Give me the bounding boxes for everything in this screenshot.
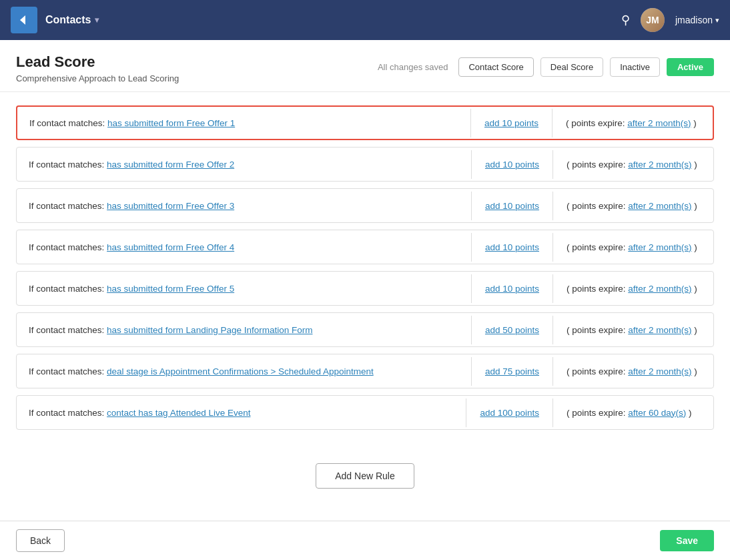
condition-link-6[interactable]: has submitted form Landing Page Informat… bbox=[107, 325, 312, 335]
svg-marker-0 bbox=[20, 15, 25, 25]
condition-prefix: If contact matches: bbox=[29, 408, 107, 418]
page-title: Lead Score bbox=[16, 53, 179, 71]
condition-link-3[interactable]: has submitted form Free Offer 3 bbox=[107, 201, 234, 211]
page-header-left: Lead Score Comprehensive Approach to Lea… bbox=[16, 53, 179, 83]
rule-points-2[interactable]: add 10 points bbox=[472, 150, 553, 179]
rule-condition-4: If contact matches: has submitted form F… bbox=[17, 233, 472, 262]
condition-prefix: If contact matches: bbox=[29, 201, 107, 211]
rule-row: If contact matches: has submitted form F… bbox=[16, 230, 714, 264]
add-new-rule-button[interactable]: Add New Rule bbox=[316, 463, 414, 489]
condition-link-5[interactable]: has submitted form Free Offer 5 bbox=[107, 284, 234, 294]
expiry-suffix: ) bbox=[686, 408, 691, 418]
rule-row: If contact matches: contact has tag Atte… bbox=[16, 395, 714, 430]
expiry-suffix: ) bbox=[692, 325, 697, 335]
rule-expiry-2: ( points expire: after 2 month(s) ) bbox=[553, 150, 713, 179]
condition-link-1[interactable]: has submitted form Free Offer 1 bbox=[107, 118, 235, 128]
rule-points-4[interactable]: add 10 points bbox=[472, 233, 553, 262]
rule-points-3[interactable]: add 10 points bbox=[472, 192, 553, 220]
navbar: Contacts ▾ ⚲ JM jmadison ▾ bbox=[0, 0, 730, 40]
save-button[interactable]: Save bbox=[660, 530, 714, 551]
expiry-link-7[interactable]: after 2 month(s) bbox=[628, 366, 691, 376]
expiry-prefix: ( points expire: bbox=[567, 366, 628, 376]
navbar-right: ⚲ JM jmadison ▾ bbox=[621, 8, 719, 32]
condition-link-4[interactable]: has submitted form Free Offer 4 bbox=[107, 242, 234, 252]
rule-condition-1: If contact matches: has submitted form F… bbox=[17, 109, 471, 137]
rule-expiry-5: ( points expire: after 2 month(s) ) bbox=[553, 274, 713, 303]
expiry-link-6[interactable]: after 2 month(s) bbox=[628, 325, 691, 335]
expiry-suffix: ) bbox=[692, 242, 697, 252]
rule-points-8[interactable]: add 100 points bbox=[466, 398, 553, 427]
rule-condition-5: If contact matches: has submitted form F… bbox=[17, 274, 472, 303]
rule-row: If contact matches: has submitted form F… bbox=[16, 105, 714, 140]
page-container: Lead Score Comprehensive Approach to Lea… bbox=[0, 40, 730, 560]
expiry-link-1[interactable]: after 2 month(s) bbox=[627, 118, 691, 128]
rule-points-5[interactable]: add 10 points bbox=[472, 274, 553, 303]
expiry-prefix: ( points expire: bbox=[567, 284, 628, 294]
rule-condition-3: If contact matches: has submitted form F… bbox=[17, 192, 472, 220]
rule-points-7[interactable]: add 75 points bbox=[472, 357, 553, 386]
expiry-suffix: ) bbox=[692, 366, 697, 376]
save-status: All changes saved bbox=[378, 62, 448, 72]
navbar-left: Contacts ▾ bbox=[11, 7, 99, 33]
add-rule-section: Add New Rule bbox=[0, 463, 730, 489]
condition-link-8[interactable]: contact has tag Attended Live Event bbox=[107, 408, 250, 418]
condition-prefix: If contact matches: bbox=[29, 118, 107, 128]
expiry-prefix: ( points expire: bbox=[567, 325, 628, 335]
rule-row: If contact matches: has submitted form L… bbox=[16, 312, 714, 347]
expiry-link-3[interactable]: after 2 month(s) bbox=[628, 201, 691, 211]
expiry-prefix: ( points expire: bbox=[566, 118, 627, 128]
page-header: Lead Score Comprehensive Approach to Lea… bbox=[0, 40, 730, 92]
expiry-link-4[interactable]: after 2 month(s) bbox=[628, 242, 691, 252]
expiry-suffix: ) bbox=[692, 160, 697, 170]
contact-score-tab[interactable]: Contact Score bbox=[458, 57, 533, 77]
rule-expiry-6: ( points expire: after 2 month(s) ) bbox=[553, 316, 713, 344]
expiry-suffix: ) bbox=[692, 201, 697, 211]
rule-expiry-3: ( points expire: after 2 month(s) ) bbox=[553, 192, 713, 220]
condition-link-2[interactable]: has submitted form Free Offer 2 bbox=[107, 160, 234, 170]
expiry-link-5[interactable]: after 2 month(s) bbox=[628, 284, 691, 294]
nav-toggle-button[interactable] bbox=[11, 7, 37, 33]
username-label: jmadison bbox=[675, 15, 713, 25]
active-status-button[interactable]: Active bbox=[667, 58, 714, 76]
rule-row: If contact matches: has submitted form F… bbox=[16, 147, 714, 182]
condition-link-7[interactable]: deal stage is Appointment Confirmations … bbox=[107, 366, 374, 376]
rule-row: If contact matches: has submitted form F… bbox=[16, 188, 714, 223]
content-area: If contact matches: has submitted form F… bbox=[0, 92, 730, 450]
expiry-prefix: ( points expire: bbox=[567, 201, 628, 211]
rule-points-6[interactable]: add 50 points bbox=[472, 316, 553, 344]
condition-prefix: If contact matches: bbox=[29, 366, 107, 376]
user-chevron: ▾ bbox=[715, 16, 719, 25]
rule-expiry-1: ( points expire: after 2 month(s) ) bbox=[553, 109, 713, 137]
rule-row: If contact matches: deal stage is Appoin… bbox=[16, 354, 714, 388]
expiry-link-2[interactable]: after 2 month(s) bbox=[628, 160, 691, 170]
rule-expiry-8: ( points expire: after 60 day(s) ) bbox=[553, 398, 713, 427]
brand-label: Contacts bbox=[45, 14, 91, 26]
expiry-link-8[interactable]: after 60 day(s) bbox=[628, 408, 686, 418]
page-subtitle: Comprehensive Approach to Lead Scoring bbox=[16, 73, 179, 83]
condition-prefix: If contact matches: bbox=[29, 160, 107, 170]
expiry-prefix: ( points expire: bbox=[567, 242, 628, 252]
rule-expiry-7: ( points expire: after 2 month(s) ) bbox=[553, 357, 713, 386]
search-icon[interactable]: ⚲ bbox=[621, 13, 630, 27]
brand-chevron: ▾ bbox=[95, 15, 99, 25]
back-button[interactable]: Back bbox=[16, 529, 65, 552]
expiry-suffix: ) bbox=[691, 118, 697, 128]
rule-row: If contact matches: has submitted form F… bbox=[16, 271, 714, 306]
user-menu[interactable]: jmadison ▾ bbox=[675, 15, 719, 25]
condition-prefix: If contact matches: bbox=[29, 242, 107, 252]
expiry-prefix: ( points expire: bbox=[567, 408, 628, 418]
deal-score-tab[interactable]: Deal Score bbox=[540, 57, 603, 77]
rule-condition-6: If contact matches: has submitted form L… bbox=[17, 316, 472, 344]
expiry-prefix: ( points expire: bbox=[567, 160, 628, 170]
contacts-nav-brand[interactable]: Contacts ▾ bbox=[45, 14, 99, 26]
avatar: JM bbox=[641, 8, 665, 32]
rule-points-1[interactable]: add 10 points bbox=[471, 109, 553, 137]
expiry-suffix: ) bbox=[692, 284, 697, 294]
rule-condition-2: If contact matches: has submitted form F… bbox=[17, 150, 472, 179]
inactive-status-button[interactable]: Inactive bbox=[610, 57, 660, 77]
rule-expiry-4: ( points expire: after 2 month(s) ) bbox=[553, 233, 713, 262]
avatar-image: JM bbox=[641, 8, 665, 32]
rule-condition-8: If contact matches: contact has tag Atte… bbox=[17, 398, 466, 427]
page-footer: Back Save bbox=[0, 521, 730, 560]
page-header-right: All changes saved Contact Score Deal Sco… bbox=[378, 57, 714, 77]
